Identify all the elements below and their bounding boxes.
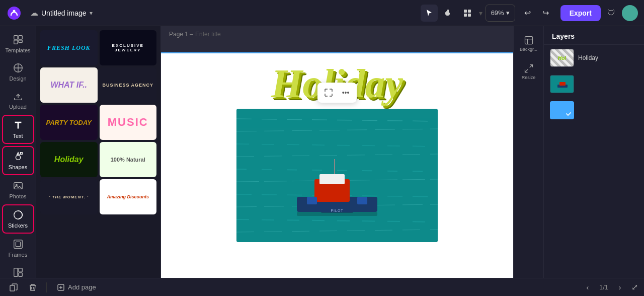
sidebar-label-stickers: Stickers xyxy=(8,223,28,229)
add-page-label: Add page xyxy=(68,283,96,291)
svg-rect-20 xyxy=(18,273,22,276)
card-exclusive-text: Exclusive Jewelry xyxy=(100,41,157,54)
cursor-tool-btn[interactable] xyxy=(421,5,438,22)
float-toolbar: ••• xyxy=(317,83,357,103)
svg-rect-37 xyxy=(357,197,367,204)
sidebar-item-frames[interactable]: Frames xyxy=(2,235,34,262)
page-title-input[interactable] xyxy=(195,31,256,38)
sidebar-item-templates[interactable]: Templates xyxy=(2,30,34,57)
layers-title: Layers xyxy=(544,26,644,45)
canva-logo[interactable] xyxy=(6,5,22,21)
water-background: PILOT xyxy=(236,109,438,242)
resize-btn[interactable]: Resize xyxy=(516,58,542,85)
card-fresh-look-text: FRESH LOOK xyxy=(47,44,91,52)
layer-thumb-holiday: Hol xyxy=(550,49,574,67)
svg-rect-46 xyxy=(10,285,15,291)
background-btn[interactable]: Backgr... xyxy=(516,30,542,56)
template-card-party[interactable]: Party Today xyxy=(40,105,98,140)
zoom-control[interactable]: 69% ▾ xyxy=(486,5,515,22)
template-card-fresh-look[interactable]: FRESH LOOK xyxy=(40,30,98,65)
template-card-amazing[interactable]: Amazing Discounts xyxy=(100,179,157,214)
template-card-moment[interactable]: ' THE MOMENT. ' xyxy=(40,179,98,214)
canvas-scroll[interactable]: Holiday xyxy=(161,42,513,278)
svg-rect-2 xyxy=(464,10,467,13)
svg-rect-44 xyxy=(559,82,566,86)
svg-rect-16 xyxy=(14,240,22,249)
page-counter: 1/1 xyxy=(599,283,608,291)
sidebar-item-upload[interactable]: Upload xyxy=(2,87,34,114)
template-card-what-if[interactable]: WHAT IF.. xyxy=(40,67,98,103)
templates-panel: FRESH LOOK Exclusive Jewelry WHAT IF.. B… xyxy=(36,26,161,278)
document-title[interactable]: Untitled image xyxy=(41,9,87,17)
template-card-exclusive[interactable]: Exclusive Jewelry xyxy=(100,30,157,65)
sidebar-label-upload: Upload xyxy=(9,104,27,110)
delete-page-btn[interactable] xyxy=(25,280,40,295)
sidebar-label-frames: Frames xyxy=(9,252,27,258)
card-amazing-text: Amazing Discounts xyxy=(105,192,151,201)
card-business-text: BUSINESS AGENCY xyxy=(100,81,155,90)
sidebar-item-collage[interactable]: Collage xyxy=(2,263,34,278)
layout-tool-btn[interactable] xyxy=(459,5,476,22)
svg-rect-12 xyxy=(20,153,22,155)
svg-rect-9 xyxy=(18,40,22,43)
svg-rect-36 xyxy=(307,197,317,204)
resize-handle[interactable]: ⤢ xyxy=(631,282,638,292)
sidebar-item-shapes[interactable]: Shapes xyxy=(2,146,34,175)
template-cards-grid: FRESH LOOK Exclusive Jewelry WHAT IF.. B… xyxy=(36,26,160,218)
float-more-btn[interactable]: ••• xyxy=(338,85,354,101)
shield-icon[interactable]: 🛡 xyxy=(603,5,620,22)
svg-point-1 xyxy=(13,10,16,12)
undo-redo-group: ↩ ↪ xyxy=(519,5,554,22)
canvas-frame[interactable]: Holiday xyxy=(161,52,513,278)
page-title-bar: Page 1 – xyxy=(161,26,513,42)
add-page-button[interactable]: Add page xyxy=(53,281,100,293)
svg-rect-3 xyxy=(468,10,471,13)
template-card-business[interactable]: BUSINESS AGENCY xyxy=(100,67,157,103)
sidebar-label-design: Design xyxy=(9,76,26,82)
svg-point-0 xyxy=(8,7,21,20)
card-party-text: Party Today xyxy=(46,119,92,126)
boat-image[interactable]: PILOT xyxy=(236,109,438,242)
template-card-natural[interactable]: 100% Natural xyxy=(100,142,157,177)
card-holiday-text: Holiday xyxy=(54,155,84,164)
layer-item-holiday[interactable]: Hol Holiday xyxy=(546,46,642,70)
svg-rect-18 xyxy=(14,268,17,277)
svg-rect-40 xyxy=(297,212,377,216)
sidebar-label-text: Text xyxy=(13,133,23,139)
svg-text:PILOT: PILOT xyxy=(331,209,343,212)
sidebar-item-stickers[interactable]: Stickers xyxy=(2,204,34,234)
canvas-area: Page 1 – Holiday xyxy=(161,26,513,278)
hand-tool-btn[interactable] xyxy=(440,5,457,22)
sidebar-item-text[interactable]: Text xyxy=(2,115,34,144)
next-page-btn[interactable]: › xyxy=(612,280,627,295)
template-card-music[interactable]: MUSIC xyxy=(100,105,157,140)
export-button[interactable]: Export xyxy=(560,5,601,21)
sidebar-item-photos[interactable]: Photos xyxy=(2,176,34,203)
svg-rect-8 xyxy=(14,40,17,44)
undo-btn[interactable]: ↩ xyxy=(519,5,536,22)
main-area: Templates Design Upload Text xyxy=(0,26,644,278)
card-moment-text: ' THE MOMENT. ' xyxy=(47,193,91,201)
prev-page-btn[interactable]: ‹ xyxy=(580,280,595,295)
title-chevron-icon[interactable]: ▾ xyxy=(90,10,93,17)
svg-point-11 xyxy=(16,155,20,160)
layer-item-selected[interactable] xyxy=(546,98,642,122)
card-what-if-text: WHAT IF.. xyxy=(50,81,87,90)
topbar: ☁ Untitled image ▾ ▾ 69% ▾ ↩ ↪ Export 🛡 xyxy=(0,0,644,26)
avatar[interactable] xyxy=(622,5,638,21)
svg-rect-17 xyxy=(16,242,20,246)
title-area: ☁ Untitled image ▾ xyxy=(30,8,93,18)
sidebar-item-design[interactable]: Design xyxy=(2,58,34,86)
cloud-icon: ☁ xyxy=(30,8,38,18)
svg-rect-34 xyxy=(319,174,345,184)
layer-item-boat[interactable] xyxy=(546,72,642,96)
duplicate-page-btn[interactable] xyxy=(6,280,21,295)
bottom-bar: Add page ‹ 1/1 › ⤢ xyxy=(0,278,644,296)
svg-rect-19 xyxy=(18,268,22,272)
svg-rect-41 xyxy=(525,36,532,44)
zoom-chevron-icon: ▾ xyxy=(506,9,510,17)
template-card-holiday[interactable]: Holiday xyxy=(40,142,98,177)
right-panel: Backgr... Resize xyxy=(513,26,543,278)
redo-btn[interactable]: ↪ xyxy=(537,5,554,22)
float-expand-btn[interactable] xyxy=(320,85,337,101)
